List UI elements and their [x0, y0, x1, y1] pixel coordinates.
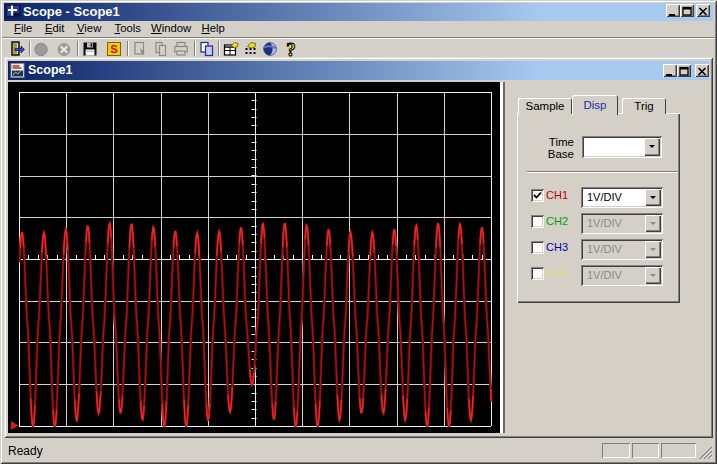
svg-text:?: ? — [286, 41, 296, 57]
svg-text:S: S — [110, 43, 118, 55]
